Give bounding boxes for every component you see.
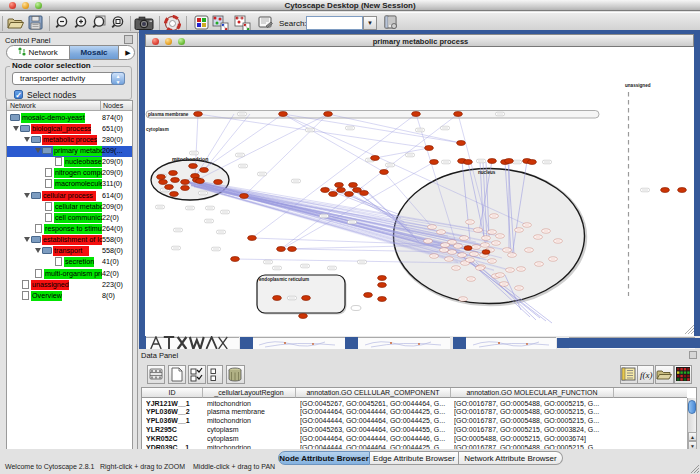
svg-text:unassigned: unassigned (625, 83, 651, 88)
svg-text:mitochondrion: mitochondrion (172, 156, 208, 162)
svg-text:endoplasmic reticulum: endoplasmic reticulum (259, 277, 309, 282)
svg-text:f(x): f(x) (640, 370, 653, 380)
svg-text:plasma membrane: plasma membrane (148, 112, 189, 117)
svg-text:cytoplasm: cytoplasm (146, 127, 169, 132)
svg-text:nucleus: nucleus (478, 170, 496, 175)
